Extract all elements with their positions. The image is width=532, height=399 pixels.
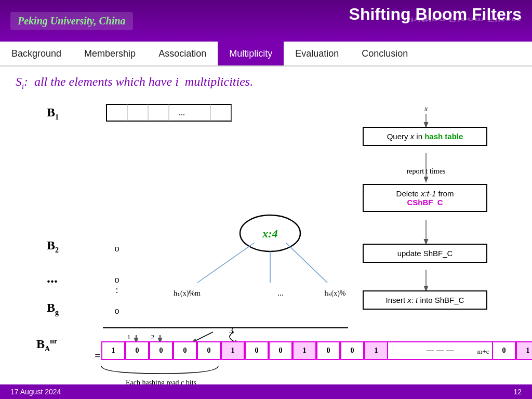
cell-5: 1 [221, 341, 245, 360]
update-label: update ShBF_C [397, 249, 453, 258]
svg-text:hₖ(x)%: hₖ(x)% [325, 289, 346, 298]
cell-8: 1 [292, 341, 316, 360]
cell-0: 1 [101, 341, 125, 360]
nav-evaluation[interactable]: Evaluation [284, 42, 350, 65]
svg-line-17 [286, 243, 327, 283]
logo-area: Peking University, China [10, 12, 133, 30]
footer-page: 12 [513, 388, 522, 396]
svg-point-7 [240, 215, 300, 251]
title-area: Shifting Bloom Filters Shifting Bloom Fi… [349, 5, 522, 36]
cell-6: 0 [245, 341, 269, 360]
svg-text:x:4: x:4 [262, 227, 277, 240]
cell-end-0: 0 [492, 341, 516, 360]
subtitle: Si: all the elements which have i multip… [16, 75, 516, 91]
array-gap: ─ ─ ─ [388, 341, 492, 360]
svg-text:2: 2 [151, 333, 155, 341]
logo-text: Peking University, China [18, 15, 126, 26]
svg-text:=: = [95, 350, 100, 362]
cell-1: 0 [125, 341, 149, 360]
navbar: Background Membership Association Multip… [0, 42, 532, 66]
svg-rect-0 [107, 104, 231, 121]
insert-box: Insert x: t into ShBF_C [363, 290, 487, 310]
b1-sub: 1 [55, 113, 59, 121]
svg-text:h₁(x)%m: h₁(x)%m [174, 289, 201, 298]
cell-11: 1 [364, 341, 388, 360]
query-box: Query x in hash table [363, 127, 487, 146]
svg-text:report t times: report t times [407, 167, 446, 175]
dots-label: ... [47, 270, 58, 286]
ba-nr-sup: nr [50, 337, 57, 345]
cell-4: 0 [197, 341, 221, 360]
subtitle-s: S [16, 75, 22, 88]
svg-text:o: o [115, 305, 119, 316]
bg-sub: g [55, 309, 59, 316]
cell-2: 0 [149, 341, 173, 360]
cell-end-1: 1 [516, 341, 532, 360]
b1-label: B1 [47, 105, 59, 122]
content: Si: all the elements which have i multip… [0, 66, 532, 389]
nav-background[interactable]: Background [0, 42, 73, 65]
cell-10: 0 [340, 341, 364, 360]
ba-nr-label: BAnr [36, 337, 57, 353]
subtitle-colon: : all the elements which have [24, 75, 175, 88]
svg-text:...: ... [179, 108, 185, 117]
b2-label: B2 [47, 238, 59, 255]
nav-association[interactable]: Association [147, 42, 218, 65]
svg-text:o: o [115, 243, 119, 254]
update-box: update ShBF_C [363, 244, 487, 263]
svg-line-15 [197, 243, 255, 283]
subtitle-i: i [175, 75, 179, 88]
nav-multiplicity[interactable]: Multiplicity [218, 42, 284, 65]
svg-text::: : [115, 285, 118, 295]
footer-date: 17 August 2024 [10, 388, 61, 396]
diagram-area: ... x:4 x report t times h₁(x [16, 98, 516, 389]
cell-7: 0 [269, 341, 292, 360]
svg-text:x: x [424, 105, 428, 113]
dots-text: ... [47, 270, 58, 286]
main-array: 1 0 0 0 0 1 0 0 1 0 0 1 ─ ─ ─ 0 1 [101, 341, 532, 360]
ba-nr-sub: A [45, 345, 50, 353]
title-reflection: Shifting Bloom Filters [349, 16, 522, 23]
subtitle-end: multiplicities. [179, 75, 253, 88]
nav-membership[interactable]: Membership [73, 42, 147, 65]
b2-sub: 2 [55, 246, 59, 254]
svg-text:...: ... [277, 288, 284, 297]
svg-text:o: o [115, 274, 119, 285]
cell-9: 0 [316, 341, 340, 360]
footer: 17 August 2024 12 [0, 384, 532, 399]
header: Peking University, China Shifting Bloom … [0, 0, 532, 42]
bg-label: Bg [47, 301, 59, 317]
svg-text:1: 1 [127, 333, 131, 341]
delete-box: Delete x:t-1 from CShBF_C [363, 184, 487, 212]
svg-text:3: 3 [229, 326, 233, 335]
nav-conclusion[interactable]: Conclusion [350, 42, 419, 65]
cell-3: 0 [173, 341, 197, 360]
